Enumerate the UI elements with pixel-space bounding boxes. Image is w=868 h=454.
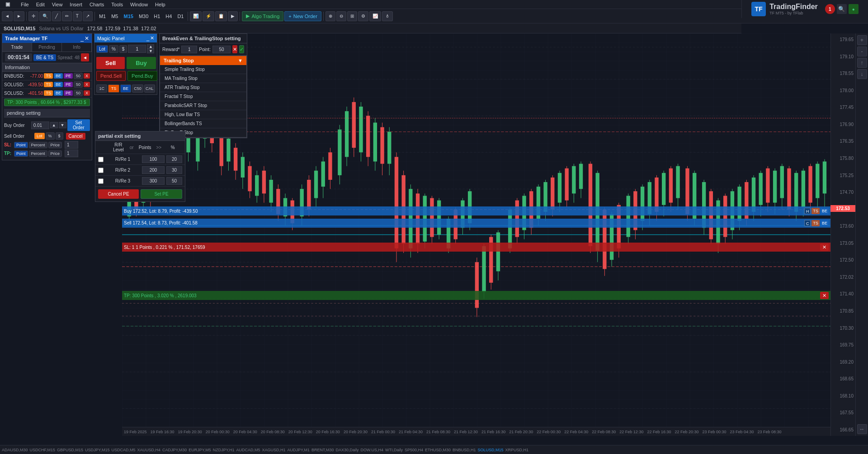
ts-btn-2[interactable]: TS	[44, 82, 53, 87]
menu-view[interactable]: View	[48, 2, 66, 7]
tp-value-input[interactable]	[65, 150, 78, 157]
sell-btn[interactable]: Sell	[96, 57, 125, 69]
sym-adausd[interactable]: ADAUSD,M30	[2, 448, 28, 452]
be-btn-2[interactable]: BE	[54, 82, 63, 87]
menu-insert[interactable]: Insert	[66, 2, 86, 7]
chart-type-btn[interactable]: 📊	[190, 11, 202, 21]
cancel-pe-btn[interactable]: Cancel PE	[98, 189, 139, 199]
tab-pending[interactable]: Pending	[32, 43, 62, 51]
ts-simple[interactable]: Simple Trailing Stop	[160, 65, 246, 74]
sym-brent[interactable]: BRENT,M30	[311, 448, 334, 452]
pend-sell-btn[interactable]: Pend.Sell	[96, 71, 126, 81]
num-btn-2[interactable]: 50	[74, 81, 83, 88]
tf-h1[interactable]: H1	[151, 13, 162, 20]
pe-btn-1[interactable]: PE	[64, 73, 73, 79]
buy-step-up[interactable]: ▲	[50, 122, 58, 128]
menu-help[interactable]: Help	[151, 2, 169, 7]
sym-sp500[interactable]: SP500,H4	[405, 448, 423, 452]
x-btn-1[interactable]: X	[84, 73, 90, 79]
sym-audcad[interactable]: AUDCAD,M5	[236, 448, 260, 452]
lot-type-pct[interactable]: %	[109, 45, 118, 53]
c-btn-sell[interactable]: C	[804, 220, 811, 226]
sym-usdcad[interactable]: USDCAD,M5	[111, 448, 135, 452]
pend-buy-btn[interactable]: Pend.Buy	[127, 71, 157, 81]
zoom-out-btn[interactable]: ⊖	[336, 11, 346, 21]
sym-nzdjpy[interactable]: NZDJPY,H1	[213, 448, 235, 452]
tp-trade-line[interactable]: TP: 300 Points , 3.020 % , 2619.003 ✕	[122, 291, 830, 300]
tp-point-btn[interactable]: Point	[14, 150, 28, 157]
sym-solusd[interactable]: SOLUSD,M15	[478, 448, 504, 452]
sl-price-btn[interactable]: Price	[48, 142, 62, 148]
magic-cal-btn[interactable]: CAL	[144, 84, 155, 93]
grid-btn[interactable]: ⊞	[347, 11, 357, 21]
tp-percent-btn[interactable]: Percent	[29, 150, 47, 157]
be-ts-btn[interactable]: BE & TS	[33, 54, 56, 61]
sym-xauusd[interactable]: XAUUSD,H4	[137, 448, 160, 452]
ts-btn-buy[interactable]: TS	[811, 208, 820, 214]
sl-value-input[interactable]	[65, 141, 78, 149]
close-sl-btn[interactable]: ✕	[820, 243, 829, 251]
x-btn-2[interactable]: X	[84, 82, 90, 87]
notification-icon[interactable]: 1	[825, 4, 835, 14]
sl-trade-line[interactable]: SL: 1 1 Points , 0.221 % , 171.52, 17659…	[122, 243, 830, 252]
be-btn-3[interactable]: BE	[54, 90, 63, 96]
close-tm-btn[interactable]: ✕	[85, 35, 89, 42]
back-btn[interactable]: ◄	[2, 11, 13, 21]
lot-type-dollar[interactable]: $	[119, 45, 127, 53]
line-btn[interactable]: ╱	[52, 11, 61, 21]
ts-fractal[interactable]: Fractal T Stop	[160, 92, 246, 101]
pencil-btn[interactable]: ✏	[62, 11, 72, 21]
arrow-collapse[interactable]: ◄	[81, 53, 89, 61]
magic-close[interactable]: ✕	[150, 35, 154, 41]
dollar-btn-sell[interactable]: $	[56, 132, 63, 140]
algo-trading-btn[interactable]: ▶ Algo Trading	[242, 11, 283, 21]
scripts-btn[interactable]: ▶	[228, 11, 238, 21]
status-icon[interactable]: ●	[849, 4, 859, 14]
point-input[interactable]	[212, 46, 231, 53]
ts-parabolicsar[interactable]: ParabolicSAR T Stop	[160, 101, 246, 110]
auto-scroll[interactable]: ↔	[857, 424, 867, 434]
points-input-2[interactable]	[142, 166, 165, 174]
be-btn-1[interactable]: BE	[54, 73, 63, 79]
ts-btn-3[interactable]: TS	[44, 90, 53, 96]
sym-bnbusd[interactable]: BNBUSD,H1	[453, 448, 476, 452]
lot-btn-sell[interactable]: Lot	[34, 133, 45, 139]
ts-bbands[interactable]: BollingerBands TS	[160, 119, 246, 128]
num-btn-3[interactable]: 50	[74, 90, 83, 96]
tab-info[interactable]: Info	[62, 43, 92, 51]
sym-dax30[interactable]: DAX30,Daily	[335, 448, 359, 452]
magic-be-btn[interactable]: BE	[120, 84, 131, 93]
points-input-3[interactable]	[142, 177, 165, 185]
ts-ma[interactable]: MA Trailing Stop	[160, 74, 246, 83]
tp-indicator[interactable]: TP: 300 Points , 60.664 % , $2977.33 $	[4, 98, 90, 106]
sym-eurjpy[interactable]: EURJPY,M5	[189, 448, 211, 452]
sym-ethusd[interactable]: ETHUSD,M30	[425, 448, 451, 452]
search-icon[interactable]: 🔍	[837, 4, 847, 14]
ts-btn-1[interactable]: TS	[44, 73, 53, 79]
tf-m5[interactable]: M5	[109, 13, 120, 20]
sym-usdchf[interactable]: USDCHF,M15	[30, 448, 56, 452]
sl-percent-btn[interactable]: Percent	[29, 142, 47, 148]
pct-input-1[interactable]	[166, 155, 182, 163]
zoom-out-right[interactable]: -	[857, 47, 867, 56]
ts-atr[interactable]: ATR Trailing Stop	[160, 83, 246, 92]
h-btn-buy[interactable]: H	[804, 208, 811, 214]
num-btn-1[interactable]: 50	[74, 73, 83, 79]
menu-charts[interactable]: Charts	[86, 2, 108, 7]
sell-trade-line[interactable]: Sell 172.54, Lot: 8.73, Profit: -401.58 …	[122, 219, 830, 228]
menu-tools[interactable]: Tools	[108, 2, 127, 7]
pct-input-2[interactable]	[166, 166, 182, 174]
crosshair-btn[interactable]: ✛	[28, 11, 38, 21]
magic-1c-btn[interactable]: 1C	[96, 84, 107, 93]
menu-window[interactable]: Window	[127, 2, 151, 7]
menu-edit[interactable]: Edit	[33, 2, 48, 7]
sym-dowus[interactable]: DOW.US,H4	[360, 448, 383, 452]
close-tp-btn[interactable]: ✕	[820, 292, 829, 299]
sym-xagusd[interactable]: XAGUSD,H1	[262, 448, 286, 452]
pct-btn-sell[interactable]: %	[46, 132, 55, 140]
lot-type-lot[interactable]: Lot	[96, 45, 108, 53]
tf-m1[interactable]: M1	[97, 13, 108, 20]
scroll-down[interactable]: ↓	[857, 69, 867, 79]
minimize-btn[interactable]: _	[80, 35, 84, 42]
buy-step-down[interactable]: ▼	[59, 122, 66, 128]
